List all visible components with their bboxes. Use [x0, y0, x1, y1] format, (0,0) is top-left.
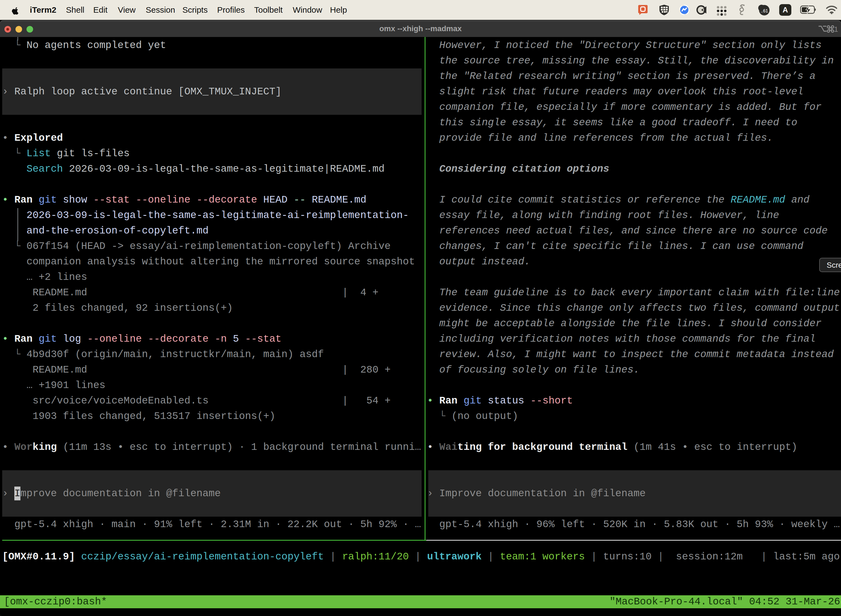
- svg-text:..61: ..61: [761, 9, 768, 13]
- svg-text:1: 1: [834, 25, 838, 34]
